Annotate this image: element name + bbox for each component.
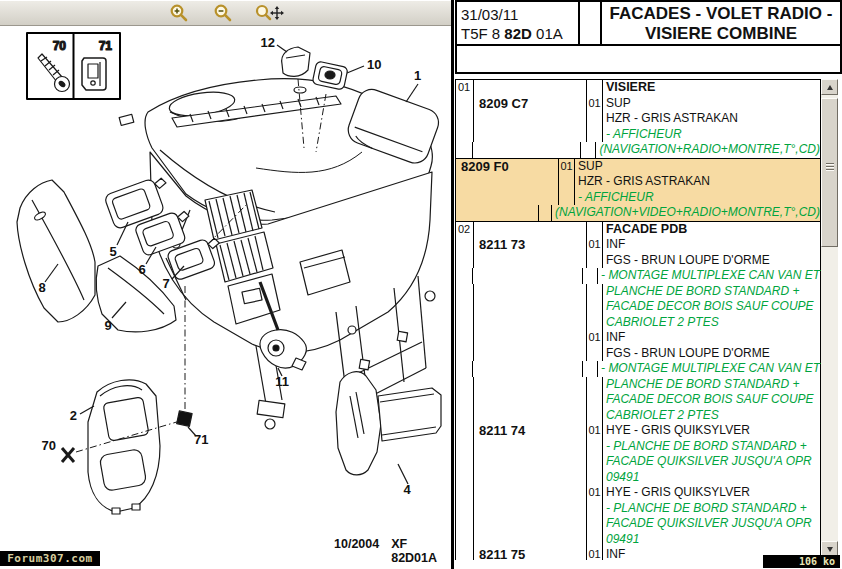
index-cell: [456, 470, 474, 486]
qty-cell: 01: [587, 330, 603, 346]
watermark: Forum307.com: [0, 551, 100, 566]
part-row[interactable]: FACADE QUIKSILVER JUSQU'A OPR: [456, 454, 820, 470]
description-cell: 09491: [603, 470, 820, 486]
qty-cell: [587, 346, 603, 362]
part-row[interactable]: 09491: [456, 532, 820, 548]
part-ref-cell: [473, 142, 581, 158]
part-row-selected[interactable]: - AFFICHEUR: [456, 190, 820, 206]
qty-cell: [587, 470, 603, 486]
index-cell: [456, 361, 473, 377]
part-row[interactable]: - AFFICHEUR: [456, 127, 820, 143]
qty-cell: [587, 253, 603, 269]
part-row[interactable]: HZR - GRIS ASTRAKAN: [456, 111, 820, 127]
part-row[interactable]: 8211 7301INF: [456, 237, 820, 253]
part-ref-cell: [456, 205, 539, 221]
part-ref-cell: [474, 470, 587, 486]
part-row[interactable]: FACADE QUIKSILVER JUSQU'A OPR: [456, 516, 820, 532]
header-spacer-cell: [580, 2, 602, 44]
part-row-selected[interactable]: (NAVIGATION+VIDEO+RADIO+MONTRE,T°,CD): [456, 205, 820, 221]
index-cell: 02: [456, 222, 474, 238]
scrollbar[interactable]: [821, 79, 838, 557]
part-row-selected[interactable]: HZR - GRIS ASTRAKAN: [456, 174, 820, 190]
part-label-71: 71: [194, 432, 208, 447]
part-ref-cell: [474, 485, 587, 501]
part-ref-cell: [473, 268, 582, 284]
inset-label-71: 71: [99, 39, 113, 53]
part-label-10: 10: [367, 57, 381, 72]
part-ref-cell: [474, 392, 587, 408]
page-title: FACADES - VOLET RADIO - VISIERE COMBINE: [602, 2, 840, 44]
index-cell: [456, 96, 474, 112]
part-row[interactable]: - PLANCHE DE BORD STANDARD +: [456, 501, 820, 517]
description-cell: FACADE DECOR BOIS SAUF COUPE: [603, 392, 820, 408]
part-row[interactable]: - MONTAGE MULTIPLEXE CAN VAN ET: [456, 268, 820, 284]
diagram-panel: 70 71: [0, 0, 451, 569]
part-ref-cell: [474, 501, 587, 517]
index-cell: [456, 111, 474, 127]
zoom-pan-button[interactable]: [254, 3, 286, 23]
index-cell: [456, 532, 474, 548]
parts-table-block: 01VISIERE8209 C701SUPHZR - GRIS ASTRAKAN…: [455, 79, 821, 159]
part-ref-cell: [474, 346, 587, 362]
part-row[interactable]: CABRIOLET 2 PTES: [456, 408, 820, 424]
part-row[interactable]: 01INF: [456, 330, 820, 346]
qty-cell: [587, 222, 603, 238]
scrollbar-thumb[interactable]: [821, 98, 838, 247]
part-label-6: 6: [138, 262, 145, 277]
part-row[interactable]: (NAVIGATION+RADIO+MONTRE,T°,CD): [456, 142, 820, 158]
qty-cell: [587, 439, 603, 455]
part-row[interactable]: 8211 7401HYE - GRIS QUIKSYLVER: [456, 423, 820, 439]
part-row[interactable]: PLANCHE DE BORD STANDARD +: [456, 284, 820, 300]
part-row[interactable]: 01HYE - GRIS QUIKSYLVER: [456, 485, 820, 501]
part-ref-cell: [474, 454, 587, 470]
diagram-caption: 10/2004 XF 82D01A: [334, 537, 451, 565]
part-ref-cell: [474, 253, 587, 269]
description-cell: HYE - GRIS QUIKSYLVER: [603, 423, 820, 439]
description-cell: - PLANCHE DE BORD STANDARD +: [603, 501, 820, 517]
part-row[interactable]: 01VISIERE: [456, 80, 820, 96]
part-label-8: 8: [38, 280, 45, 295]
scroll-up-button[interactable]: [821, 79, 838, 95]
zoom-out-button[interactable]: [210, 3, 236, 23]
part-ref-cell: [474, 532, 587, 548]
index-cell: [456, 423, 474, 439]
description-cell: CABRIOLET 2 PTES: [603, 408, 820, 424]
part-row[interactable]: FACADE DECOR BOIS SAUF COUPE: [456, 299, 820, 315]
part-ref-cell: 8211 74: [474, 423, 587, 439]
part-label-1: 1: [414, 68, 421, 83]
part-label-11: 11: [275, 374, 289, 389]
part-row[interactable]: 02FACADE PDB: [456, 222, 820, 238]
part-row[interactable]: FACADE DECOR BOIS SAUF COUPE: [456, 392, 820, 408]
index-cell: [456, 330, 474, 346]
part-row[interactable]: FGS - BRUN LOUPE D'ORME: [456, 346, 820, 362]
part-row[interactable]: FGS - BRUN LOUPE D'ORME: [456, 253, 820, 269]
index-cell: [456, 284, 474, 300]
description-cell: FACADE QUIKSILVER JUSQU'A OPR: [603, 516, 820, 532]
qty-cell: 01: [559, 159, 575, 175]
qty-cell: 01: [587, 547, 603, 560]
dashboard-exploded-diagram: 70 71: [0, 0, 452, 569]
zoom-in-button[interactable]: [166, 3, 192, 23]
part-ref-cell: [456, 174, 559, 190]
qty-cell: [587, 392, 603, 408]
parts-table: 01VISIERE8209 C701SUPHZR - GRIS ASTRAKAN…: [455, 79, 821, 560]
part-ref-cell: 8209 F0: [456, 159, 559, 175]
part-row[interactable]: PLANCHE DE BORD STANDARD +: [456, 377, 820, 393]
file-size-badge: 106 ko: [763, 555, 840, 568]
part-row[interactable]: CABRIOLET 2 PTES: [456, 315, 820, 331]
part-row-selected[interactable]: 8209 F001SUP: [456, 159, 820, 175]
description-cell: FGS - BRUN LOUPE D'ORME: [603, 253, 820, 269]
part-label-4: 4: [403, 482, 411, 497]
index-cell: [456, 547, 474, 560]
description-cell: - MONTAGE MULTIPLEXE CAN VAN ET: [598, 361, 820, 377]
part-row[interactable]: - MONTAGE MULTIPLEXE CAN VAN ET: [456, 361, 820, 377]
part-ref-cell: 8211 75: [474, 547, 587, 560]
part-ref-cell: [456, 190, 559, 206]
part-row[interactable]: 8209 C701SUP: [456, 96, 820, 112]
part-row[interactable]: 09491: [456, 470, 820, 486]
part-row[interactable]: - PLANCHE DE BORD STANDARD +: [456, 439, 820, 455]
description-cell: FACADE DECOR BOIS SAUF COUPE: [603, 299, 820, 315]
inset-label-70: 70: [53, 39, 67, 53]
description-cell: - AFFICHEUR: [575, 190, 820, 206]
parts-table-block-selected: 8209 F001SUPHZR - GRIS ASTRAKAN- AFFICHE…: [455, 158, 821, 222]
